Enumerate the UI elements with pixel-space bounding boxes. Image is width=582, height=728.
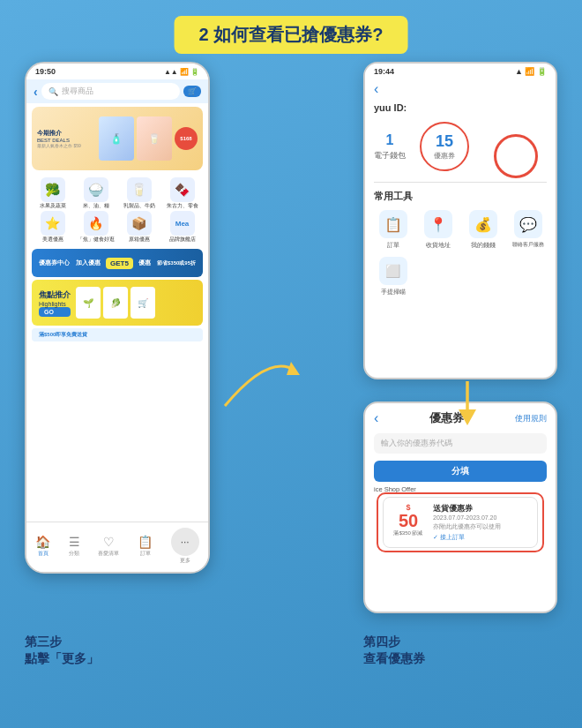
step-3-action: 點擊「更多」	[25, 650, 99, 668]
banner-left: 今期推介 BEST DEALS 最新人氣香木之作 $59	[37, 129, 81, 148]
back-row-right: ‹	[365, 79, 556, 101]
tool-address[interactable]: 📍 收貨地址	[419, 210, 457, 250]
promo-banner: 優惠券中心 加入優惠 GET5 優惠 節省$350或95折	[32, 249, 203, 277]
orders-tool-icon: 📋	[379, 210, 407, 238]
coupon-condition: 滿$350 節減	[393, 529, 422, 537]
phone-left: 19:50 ▲▲ 📶 🔋 ‹ 🔍 搜尋商品 🛒 今期推介 BEST DEALS …	[25, 62, 210, 574]
share-button[interactable]: 分填	[374, 461, 547, 482]
tab-wallet[interactable]: 1 電子錢包	[374, 132, 406, 161]
tools-section-title: 常用工具	[365, 186, 556, 206]
svg-marker-2	[459, 409, 476, 425]
tools-grid: 📋 訂單 📍 收貨地址 💰 我的錢錢 💬 聯絡客戶服務	[365, 206, 556, 253]
wishlist-icon: ♡	[103, 535, 115, 549]
nav-category[interactable]: ☰ 分類	[69, 535, 80, 558]
get5-badge: GET5	[106, 258, 133, 269]
coupon-code-input[interactable]: 輸入你的優惠券代碼	[374, 433, 547, 454]
tool-money[interactable]: 💰 我的錢錢	[464, 210, 502, 250]
rules-link[interactable]: 使用規則	[515, 413, 547, 424]
cat-icon-bulk: 📦	[127, 211, 152, 236]
title-text: 如何查看已搶優惠券?	[213, 25, 383, 44]
cat-item-bulk[interactable]: 📦 原箱優惠	[118, 211, 160, 243]
cat-icon-brand: Mea	[170, 211, 195, 236]
cat-item-brand[interactable]: Mea 品牌旗艦店	[161, 211, 203, 243]
footer-promo: 滿$500即享免費送貨	[32, 328, 203, 341]
cat-icon-veg: 🥦	[41, 177, 65, 202]
step-4-title: 第四步	[363, 634, 557, 651]
highlight-prod-2: 🥬	[103, 287, 128, 319]
money-tool-icon: 💰	[469, 210, 497, 238]
cat-item-dairy[interactable]: 🥛 乳製品、牛奶	[118, 177, 160, 209]
coupon-type: 送貨優惠券	[433, 503, 532, 514]
cat-item-oil[interactable]: 🍚 米、油、糧	[75, 177, 116, 209]
highlight-prod-3: 🛒	[131, 287, 155, 319]
title-banner: 2 如何查看已搶優惠券?	[175, 16, 408, 54]
search-placeholder: 搜尋商品	[62, 86, 93, 97]
go-button[interactable]: GO	[39, 307, 71, 317]
tool-support[interactable]: 💬 聯絡客戶服務	[509, 210, 547, 250]
step-label-right: 第四步 查看優惠券	[363, 634, 557, 668]
status-icons-left: ▲▲ 📶 🔋	[164, 68, 199, 76]
coupon-note: 亦附此此優惠亦可以使用	[433, 522, 532, 531]
tools-grid-2: ⬜ 手提掃瞄	[365, 253, 556, 300]
search-icon: 🔍	[48, 87, 58, 96]
cat-item-veg[interactable]: 🥦 水果及蔬菜	[32, 177, 73, 209]
coupon-left: $ 50 滿$350 節減	[389, 503, 428, 537]
phone-right-top: 19:44 ▲ 📶 🔋 ‹ yuu ID: 1 電子錢包 15 優惠券 常用工具	[363, 62, 557, 379]
cat-icon-select: ⭐	[41, 211, 65, 236]
coupon-amount: 50	[399, 512, 418, 529]
status-icons-right-top: ▲ 📶 🔋	[515, 67, 547, 76]
cart-button[interactable]: 🛒	[183, 86, 201, 97]
highlights-section: 焦點推介 Highlights GO 🌱 🥬 🛒	[32, 280, 203, 326]
highlights-products: 🌱 🥬 🛒	[76, 287, 155, 319]
nav-home[interactable]: 🏠 首頁	[35, 535, 50, 558]
coupon-card[interactable]: $ 50 滿$350 節減 送貨優惠券 2023.07.07-2023.07.2…	[383, 497, 538, 548]
orders-icon: 📋	[138, 535, 153, 549]
category-grid: 🥦 水果及蔬菜 🍚 米、油、糧 🥛 乳製品、牛奶 🍫 朱古力、零食 ⭐ 美選優惠…	[26, 174, 208, 246]
divider-1	[374, 182, 547, 183]
bottom-nav: 🏠 首頁 ☰ 分類 ♡ 喜愛清單 📋 訂單 ··· 更多	[26, 522, 208, 572]
back-arrow-bottom[interactable]: ‹	[374, 410, 378, 426]
step-3-title: 第三步	[25, 634, 99, 651]
cat-item-health[interactable]: 🔥 「焦」健食好逛	[75, 211, 116, 243]
tool-scan[interactable]: ⬜ 手提掃瞄	[374, 257, 412, 296]
coupon-right: 送貨優惠券 2023.07.07-2023.07.20 亦附此此優惠亦可以使用 …	[433, 503, 532, 542]
coupon-check: ✓ 接上訂單	[433, 533, 532, 542]
banner-product-2: 🥛	[137, 116, 172, 161]
more-label: 更多	[180, 557, 190, 565]
cat-item-snack[interactable]: 🍫 朱古力、零食	[161, 177, 203, 209]
search-bar[interactable]: 🔍 搜尋商品	[41, 83, 180, 100]
tool-orders[interactable]: 📋 訂單	[374, 210, 412, 250]
cat-icon-snack: 🍫	[170, 177, 195, 202]
coupon-card-wrapper: ice Shop Offer $ 50 滿$350 節減 送貨優惠券 2023.…	[374, 485, 547, 548]
step-label-left: 第三步 點擊「更多」	[25, 634, 99, 668]
tabs-row: 1 電子錢包 15 優惠券	[365, 115, 556, 178]
support-tool-icon: 💬	[514, 210, 542, 238]
cat-icon-health: 🔥	[84, 211, 108, 236]
cat-item-select[interactable]: ⭐ 美選優惠	[32, 211, 73, 243]
banner-prices: $168	[175, 127, 198, 150]
cat-icon-oil: 🍚	[84, 177, 108, 202]
back-button-left[interactable]: ‹	[34, 85, 38, 99]
highlights-text: 焦點推介 Highlights GO	[39, 289, 71, 317]
arrow-curve	[216, 344, 304, 415]
nav-wishlist[interactable]: ♡ 喜愛清單	[98, 535, 119, 558]
nav-orders[interactable]: 📋 訂單	[138, 535, 153, 558]
back-arrow-right-top[interactable]: ‹	[374, 81, 378, 96]
home-icon: 🏠	[35, 535, 50, 549]
coupon-count: 15	[436, 132, 453, 151]
status-bar-right-top: 19:44 ▲ 📶 🔋	[365, 64, 556, 79]
highlight-prod-1: 🌱	[76, 287, 101, 319]
nav-more[interactable]: ··· 更多	[171, 528, 199, 565]
status-bar-left: 19:50 ▲▲ 📶 🔋	[26, 64, 208, 79]
banner-products: 🧴 🥛 $168	[99, 116, 198, 161]
scan-tool-icon: ⬜	[379, 257, 407, 285]
time-left: 19:50	[35, 67, 56, 76]
price-tag-1: $168	[175, 127, 198, 150]
banner-product-1: 🧴	[99, 116, 134, 161]
more-button[interactable]: ···	[171, 528, 199, 556]
main-banner: 今期推介 BEST DEALS 最新人氣香木之作 $59 🧴 🥛 $168	[32, 107, 203, 170]
time-right-top: 19:44	[374, 67, 394, 76]
wallet-count: 1	[386, 132, 394, 148]
tab-coupon-circle[interactable]: 15 優惠券	[420, 122, 469, 171]
title-number: 2	[199, 25, 209, 44]
